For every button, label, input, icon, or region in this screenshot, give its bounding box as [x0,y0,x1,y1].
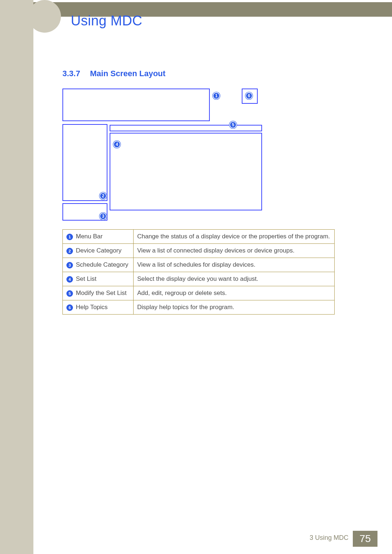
legend-label: Help Topics [76,304,108,311]
footer-chapter: 3 Using MDC [310,534,348,542]
layout-diagram: 1 2 3 4 5 6 [62,89,263,221]
callout-icon-3: 3 [99,213,107,220]
callout-icon-4: 4 [113,141,121,148]
legend-key-cell: 5Modify the Set List [63,286,134,300]
legend-key-cell: 2Device Category [63,244,134,258]
table-row: 3Schedule CategoryView a list of schedul… [63,258,335,272]
diagram-region-menubar [62,89,210,121]
legend-bullet-icon: 1 [66,234,73,240]
legend-desc-cell: View a list of connected display devices… [134,244,335,258]
chapter-circle-icon [28,0,61,33]
legend-label: Device Category [76,247,122,254]
diagram-region-device-category [62,124,107,201]
legend-table: 1Menu BarChange the status of a display … [62,229,335,315]
callout-icon-2: 2 [99,192,107,200]
legend-bullet-icon: 2 [66,248,73,254]
legend-bullet-icon: 3 [66,262,73,268]
diagram-region-setlist [110,133,262,210]
table-row: 2Device CategoryView a list of connected… [63,244,335,258]
table-row: 4Set ListSelect the display device you w… [63,272,335,286]
diagram-region-modify-setlist [110,125,262,131]
legend-bullet-icon: 5 [66,290,73,297]
legend-bullet-icon: 4 [66,276,73,283]
legend-label: Modify the Set List [76,290,127,296]
page-title: Using MDC [71,13,142,29]
legend-label: Menu Bar [76,233,103,240]
callout-icon-5: 5 [229,121,237,128]
section-number: 3.3.7 [62,69,80,78]
legend-desc-cell: Display help topics for the program. [134,300,335,315]
legend-label: Schedule Category [76,261,128,268]
legend-label: Set List [76,275,97,282]
legend-desc-cell: View a list of schedules for display dev… [134,258,335,272]
callout-icon-6: 6 [245,92,253,99]
legend-key-cell: 4Set List [63,272,134,286]
left-gutter [0,0,33,554]
legend-key-cell: 3Schedule Category [63,258,134,272]
section-title: Main Screen Layout [90,69,166,78]
legend-bullet-icon: 6 [66,304,73,311]
legend-desc-cell: Add, edit, regroup or delete sets. [134,286,335,300]
document-page: Using MDC 3.3.7 Main Screen Layout 1 2 3… [0,0,392,554]
footer-page-number: 75 [353,531,377,547]
callout-icon-1: 1 [213,92,220,99]
legend-desc-cell: Change the status of a display device or… [134,230,335,244]
table-row: 5Modify the Set ListAdd, edit, regroup o… [63,286,335,300]
legend-key-cell: 6Help Topics [63,300,134,315]
table-row: 6Help TopicsDisplay help topics for the … [63,300,335,315]
legend-desc-cell: Select the display device you want to ad… [134,272,335,286]
legend-key-cell: 1Menu Bar [63,230,134,244]
table-row: 1Menu BarChange the status of a display … [63,230,335,244]
